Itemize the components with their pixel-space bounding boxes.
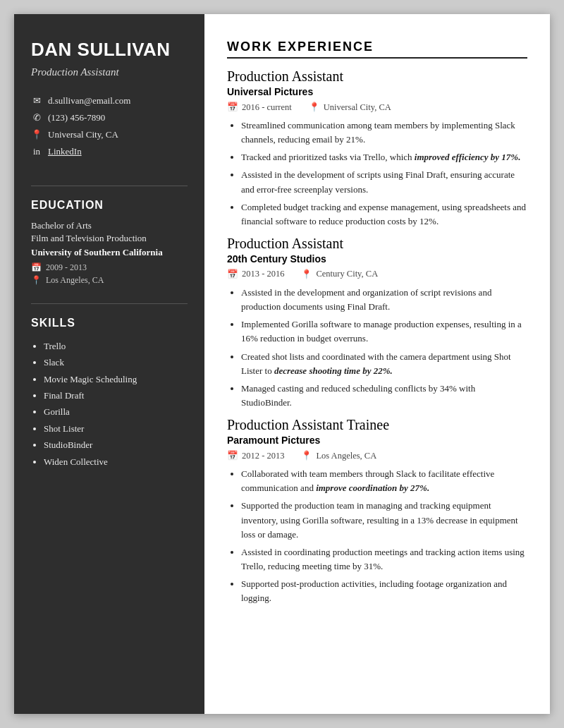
skill-item: Widen Collective (44, 454, 188, 470)
contact-linkedin[interactable]: in LinkedIn (31, 146, 188, 157)
work-experience-header: WORK EXPERIENCE (227, 40, 527, 59)
phone-icon: ✆ (31, 112, 42, 123)
location-edu-icon: 📍 (31, 275, 42, 286)
job-entry-2: Production Assistant 20th Century Studio… (227, 236, 527, 410)
bullet-item: Implemented Gorilla software to manage p… (241, 317, 527, 346)
job-entry-1: Production Assistant Universal Pictures … (227, 68, 527, 229)
bullet-item: Completed budget tracking and expense ma… (241, 200, 527, 229)
job-title-1: Production Assistant (227, 68, 527, 85)
job-location-2: 📍 Century City, CA (301, 269, 378, 280)
contact-email: ✉ d.sullivan@email.com (31, 95, 188, 107)
bullet-item: Supported post-production activities, in… (241, 577, 527, 605)
skill-item: Trello (44, 338, 188, 354)
education-field: Film and Television Production (31, 233, 188, 244)
job-meta-2: 📅 2013 - 2016 📍 Century City, CA (227, 269, 527, 280)
skills-section-title: SKILLS (31, 317, 188, 329)
job-location-3: 📍 Los Angeles, CA (301, 450, 376, 461)
bullet-item: Assisted in the development and organiza… (241, 286, 527, 314)
job-meta-3: 📅 2012 - 2013 📍 Los Angeles, CA (227, 450, 527, 461)
contact-section: ✉ d.sullivan@email.com ✆ (123) 456-7890 … (31, 95, 188, 163)
skill-item: Gorilla (44, 404, 188, 420)
skill-item: Final Draft (44, 387, 188, 404)
skill-item: Slack (44, 354, 188, 370)
job-meta-1: 📅 2016 - current 📍 Universal City, CA (227, 102, 527, 113)
sidebar: DAN SULLIVAN Production Assistant ✉ d.su… (14, 14, 204, 714)
job-location-1: 📍 Universal City, CA (309, 102, 391, 113)
contact-location: 📍 Universal City, CA (31, 129, 188, 140)
skill-item: StudioBinder (44, 437, 188, 453)
education-years: 📅 2009 - 2013 (31, 262, 188, 273)
bullet-item: Supported the production team in managin… (241, 499, 527, 541)
location-icon-3: 📍 (301, 450, 312, 461)
job-entry-3: Production Assistant Trainee Paramount P… (227, 417, 527, 605)
candidate-title: Production Assistant (31, 66, 188, 78)
sidebar-divider-1 (31, 186, 188, 186)
job-company-3: Paramount Pictures (227, 435, 527, 446)
location-icon: 📍 (31, 129, 42, 140)
skill-item: Movie Magic Scheduling (44, 371, 188, 387)
job-bullets-3: Collaborated with team members through S… (227, 467, 527, 605)
resume-document: DAN SULLIVAN Production Assistant ✉ d.su… (14, 14, 550, 714)
linkedin-icon: in (31, 146, 42, 157)
education-section-title: EDUCATION (31, 199, 188, 212)
calendar-icon: 📅 (31, 262, 42, 273)
skills-list: Trello Slack Movie Magic Scheduling Fina… (31, 338, 188, 470)
bullet-item: Managed casting and reduced scheduling c… (241, 382, 527, 410)
bullet-item: Tracked and prioritized tasks via Trello… (241, 150, 527, 164)
job-company-1: Universal Pictures (227, 86, 527, 97)
location-icon-1: 📍 (309, 102, 320, 113)
calendar-icon-2: 📅 (227, 269, 238, 280)
email-icon: ✉ (31, 95, 42, 107)
education-location: 📍 Los Angeles, CA (31, 275, 188, 286)
bullet-item: Collaborated with team members through S… (241, 467, 527, 495)
job-title-3: Production Assistant Trainee (227, 417, 527, 433)
education-school: University of Southern California (31, 247, 188, 258)
job-title-2: Production Assistant (227, 236, 527, 252)
bullet-item: Streamlined communication among team mem… (241, 119, 527, 147)
job-bullets-2: Assisted in the development and organiza… (227, 286, 527, 410)
job-years-3: 📅 2012 - 2013 (227, 450, 284, 461)
contact-phone: ✆ (123) 456-7890 (31, 112, 188, 123)
main-content: WORK EXPERIENCE Production Assistant Uni… (204, 14, 550, 714)
bullet-item: Created shot lists and coordinated with … (241, 350, 527, 378)
skill-item: Shot Lister (44, 420, 188, 437)
job-bullets-1: Streamlined communication among team mem… (227, 119, 527, 229)
calendar-icon-3: 📅 (227, 450, 238, 461)
job-years-1: 📅 2016 - current (227, 102, 292, 113)
education-degree: Bachelor of Arts (31, 220, 188, 231)
candidate-name: DAN SULLIVAN (31, 40, 188, 61)
sidebar-divider-2 (31, 303, 188, 304)
location-icon-2: 📍 (301, 269, 312, 280)
calendar-icon-1: 📅 (227, 102, 238, 113)
job-company-2: 20th Century Studios (227, 253, 527, 265)
job-years-2: 📅 2013 - 2016 (227, 269, 284, 280)
bullet-item: Assisted in the development of scripts u… (241, 168, 527, 196)
bullet-item: Assisted in coordinating production meet… (241, 545, 527, 574)
